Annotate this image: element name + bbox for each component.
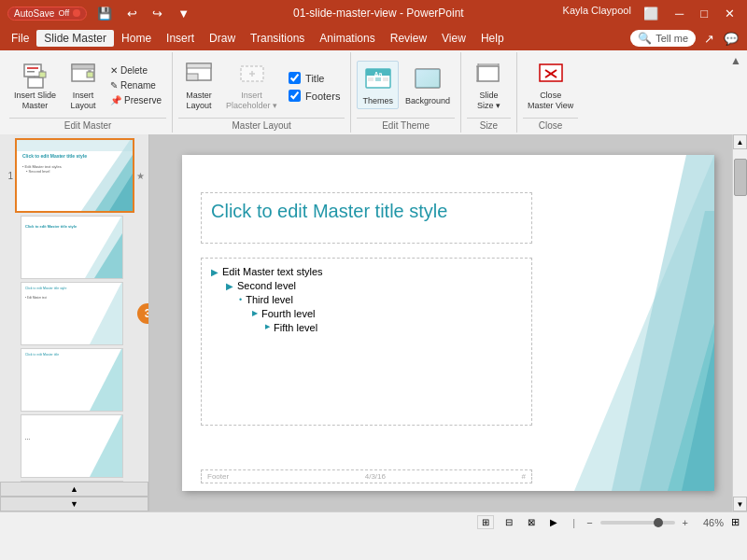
title-bar: AutoSave Off 💾 ↩ ↪ ▼ 01-slide-master-vie… <box>0 0 747 26</box>
ribbon-group-edit-theme: Aa Themes <box>351 52 461 133</box>
slide-sorter-button[interactable]: ⊟ <box>501 516 516 528</box>
undo-button[interactable]: ↩ <box>122 5 142 22</box>
slide-canvas: Click to edit Master title style ▶ Edit … <box>182 155 714 491</box>
menu-file[interactable]: File <box>4 30 36 47</box>
rename-icon: ✎ <box>110 80 118 91</box>
scroll-down-button[interactable]: ▼ <box>733 497 747 511</box>
status-right: ⊞ ⊟ ⊠ ▶ | − + 46% ⊞ <box>477 515 740 530</box>
collapse-ribbon-button[interactable]: ▲ <box>730 54 741 67</box>
bullet-arrow-0: ▶ <box>211 267 218 277</box>
slide-thumb-3[interactable]: Click to edit Master title style • Edit … <box>21 282 123 345</box>
zoom-in-button[interactable]: + <box>683 517 688 528</box>
insert-layout-label: InsertLayout <box>71 91 96 111</box>
zoom-slider-track[interactable] <box>600 515 675 530</box>
slide-thumb-2[interactable]: Click to edit Master title style <box>21 216 123 279</box>
slide-title: Click to edit Master title style <box>211 201 522 222</box>
menu-help[interactable]: Help <box>473 30 512 47</box>
edit-master-label: Edit Master <box>9 118 166 133</box>
footers-checkbox-label[interactable]: Footers <box>284 88 345 104</box>
maximize-button[interactable]: □ <box>696 5 712 22</box>
preserve-button[interactable]: 📌 Preserve <box>106 93 166 107</box>
menu-draw[interactable]: Draw <box>202 30 243 47</box>
insert-layout-icon <box>68 59 98 89</box>
minimize-button[interactable]: ─ <box>670 5 688 22</box>
close-master-view-button[interactable]: CloseMaster View <box>523 56 578 114</box>
menu-insert[interactable]: Insert <box>159 30 202 47</box>
menu-animations[interactable]: Animations <box>312 30 382 47</box>
star-icon-1: ★ <box>136 171 145 181</box>
zoom-level[interactable]: 46% <box>696 517 724 528</box>
insert-placeholder-button[interactable]: InsertPlaceholder ▾ <box>221 56 282 114</box>
customize-btn[interactable]: ▼ <box>173 5 194 22</box>
svg-rect-26 <box>416 69 440 88</box>
title-bar-left: AutoSave Off 💾 ↩ ↪ ▼ <box>7 5 194 22</box>
share-button[interactable]: ↗ <box>699 30 719 48</box>
fit-slide-button[interactable]: ⊞ <box>731 516 740 528</box>
content-line-4: ▶ Fifth level <box>265 322 522 333</box>
insert-slide-master-button[interactable]: Insert SlideMaster <box>9 56 61 114</box>
slide-title-box[interactable]: Click to edit Master title style <box>201 192 532 244</box>
insert-placeholder-label: InsertPlaceholder ▾ <box>226 91 277 111</box>
svg-rect-15 <box>187 74 198 80</box>
autosave-dot <box>73 9 80 17</box>
user-name: Kayla Claypool <box>563 5 631 22</box>
reading-view-button[interactable]: ⊠ <box>524 516 539 528</box>
close-button[interactable]: ✕ <box>720 5 740 22</box>
ribbon-display-btn[interactable]: ⬜ <box>639 5 663 22</box>
delete-button[interactable]: ✕ Delete <box>106 63 166 77</box>
scroll-track-v[interactable] <box>733 149 747 497</box>
slide-size-label: SlideSize ▾ <box>477 91 500 111</box>
menu-transitions[interactable]: Transitions <box>243 30 312 47</box>
slide-item-1: 1 Click to edit Master title style • Edi… <box>4 138 145 213</box>
zoom-out-button[interactable]: − <box>586 517 592 528</box>
insert-slide-master-icon <box>21 59 50 89</box>
content-text-2: Third level <box>246 294 293 305</box>
slideshow-button[interactable]: ▶ <box>546 516 561 528</box>
svg-rect-23 <box>375 77 381 81</box>
save-button[interactable]: 💾 <box>92 5 117 22</box>
autosave-toggle[interactable]: AutoSave Off <box>7 7 87 21</box>
menu-home[interactable]: Home <box>114 30 159 47</box>
footers-checkbox[interactable] <box>289 90 301 102</box>
zoom-thumb[interactable] <box>654 518 663 527</box>
panel-scroll-up[interactable]: ▲ <box>0 482 148 497</box>
menu-view[interactable]: View <box>434 30 473 47</box>
svg-rect-10 <box>87 72 93 77</box>
scroll-thumb-v[interactable] <box>734 159 747 196</box>
ribbon-group-master-layout: MasterLayout InsertPlaceholder ▾ Title <box>173 52 351 133</box>
slide-size-icon <box>473 59 503 89</box>
themes-button[interactable]: Aa Themes <box>357 61 399 109</box>
slide-footer: Footer 4/3/16 # <box>201 469 532 483</box>
svg-rect-5 <box>39 72 46 77</box>
slide-thumb-1[interactable]: Click to edit Master title style • Edit … <box>15 138 134 213</box>
edit-theme-label: Edit Theme <box>357 118 455 133</box>
slide-item-5: • • • <box>21 414 145 478</box>
slide-size-button[interactable]: SlideSize ▾ <box>468 56 509 114</box>
slide-panel: 1 Click to edit Master title style • Edi… <box>0 134 149 511</box>
panel-scroll-down[interactable]: ▼ <box>0 497 148 511</box>
title-checkbox-label[interactable]: Title <box>284 70 345 86</box>
size-label: Size <box>467 118 511 133</box>
vertical-scrollbar: ▲ ▼ <box>732 134 747 511</box>
rename-button[interactable]: ✎ Rename <box>106 78 166 92</box>
ribbon-group-close: CloseMaster View Close <box>517 52 584 133</box>
menu-slide-master[interactable]: Slide Master <box>36 30 114 47</box>
scroll-up-button[interactable]: ▲ <box>733 134 747 149</box>
title-checkbox[interactable] <box>289 72 301 84</box>
slide-thumb-4[interactable]: Click to edit Master title <box>21 348 123 412</box>
master-layout-button[interactable]: MasterLayout <box>178 56 219 114</box>
content-line-0: ▶ Edit Master text styles <box>211 266 522 277</box>
slide-thumb-5[interactable]: • • • <box>21 414 123 478</box>
ribbon-group-size: SlideSize ▾ Size <box>461 52 517 133</box>
redo-button[interactable]: ↪ <box>148 5 167 22</box>
background-button[interactable]: Background <box>401 62 455 108</box>
bullet-dot-2: • <box>239 295 242 304</box>
comments-button[interactable]: 💬 <box>719 30 743 48</box>
insert-layout-button[interactable]: InsertLayout <box>63 56 104 114</box>
autosave-state: Off <box>58 8 69 18</box>
main-area: 1 Click to edit Master title style • Edi… <box>0 134 747 511</box>
tell-me-label[interactable]: Tell me <box>655 33 688 44</box>
menu-review[interactable]: Review <box>383 30 434 47</box>
slide-content-box[interactable]: ▶ Edit Master text styles ▶ Second level… <box>201 258 532 426</box>
normal-view-button[interactable]: ⊞ <box>477 515 494 529</box>
